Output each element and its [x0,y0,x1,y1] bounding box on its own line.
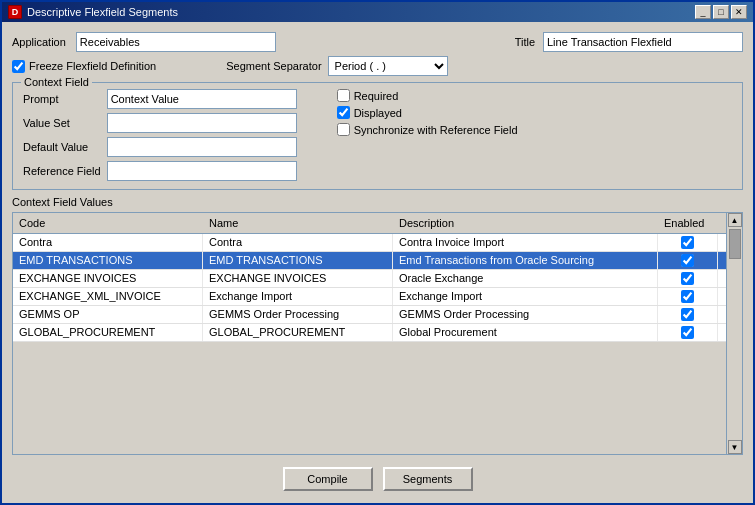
row-code: Contra [13,234,203,251]
row-code: EMD TRANSACTIONS [13,252,203,269]
enabled-checkbox[interactable] [681,272,694,285]
value-set-input[interactable] [107,113,297,133]
header-row1: Application Title [12,32,743,52]
prompt-input[interactable] [107,89,297,109]
separator-select[interactable]: Period ( . ) Colon ( : ) Semicolon ( ; ) [328,56,448,76]
default-value-input[interactable] [107,137,297,157]
freeze-separator-row: Freeze Flexfield Definition Segment Sepa… [12,56,743,76]
context-right: Required Displayed Synchronize with Refe… [337,89,518,136]
table-row[interactable]: EMD TRANSACTIONS EMD TRANSACTIONS Emd Tr… [13,252,726,270]
row-description: GEMMS Order Processing [393,306,658,323]
col-name: Name [203,215,393,231]
top-section: Application Title Freeze Flexfield Defin… [12,32,743,76]
displayed-checkbox[interactable] [337,106,350,119]
col-description: Description [393,215,658,231]
row-enabled [658,252,718,269]
enabled-checkbox[interactable] [681,290,694,303]
row-name: GEMMS Order Processing [203,306,393,323]
button-row: Compile Segments [12,461,743,493]
table-row[interactable]: Contra Contra Contra Invoice Import [13,234,726,252]
table-container: Code Name Description Enabled Contra Con… [12,212,743,455]
title-bar-buttons: _ □ ✕ [695,5,747,19]
freeze-checkbox-row: Freeze Flexfield Definition [12,60,156,73]
application-row: Application [12,32,276,52]
displayed-label: Displayed [354,107,402,119]
row-enabled [658,234,718,251]
row-enabled [658,324,718,341]
row-name: Contra [203,234,393,251]
maximize-button[interactable]: □ [713,5,729,19]
section-title: Context Field Values [12,196,743,208]
main-window: D Descriptive Flexfield Segments _ □ ✕ A… [0,0,755,505]
row-name: Exchange Import [203,288,393,305]
header-right: Title [515,32,743,52]
table-inner: Code Name Description Enabled Contra Con… [13,213,726,454]
window-icon: D [8,5,22,19]
sync-row: Synchronize with Reference Field [337,123,518,136]
title-bar-left: D Descriptive Flexfield Segments [8,5,178,19]
col-code: Code [13,215,203,231]
enabled-checkbox[interactable] [681,326,694,339]
row-name: EXCHANGE INVOICES [203,270,393,287]
minimize-button[interactable]: _ [695,5,711,19]
context-field-group: Context Field Prompt Value Set Default V… [12,82,743,190]
scrollbar[interactable]: ▲ ▼ [726,213,742,454]
scroll-track [728,227,742,440]
separator-row: Segment Separator Period ( . ) Colon ( :… [226,56,447,76]
required-checkbox[interactable] [337,89,350,102]
row-description: Contra Invoice Import [393,234,658,251]
context-fields: Prompt Value Set Default Value Reference… [23,89,732,181]
table-header: Code Name Description Enabled [13,213,726,234]
title-input[interactable] [543,32,743,52]
table-row[interactable]: EXCHANGE INVOICES EXCHANGE INVOICES Orac… [13,270,726,288]
window-icon-letter: D [12,7,19,17]
enabled-checkbox[interactable] [681,308,694,321]
context-left: Prompt Value Set Default Value Reference… [23,89,297,181]
freeze-checkbox[interactable] [12,60,25,73]
enabled-checkbox[interactable] [681,254,694,267]
freeze-label: Freeze Flexfield Definition [29,60,156,72]
row-enabled [658,306,718,323]
row-name: EMD TRANSACTIONS [203,252,393,269]
row-enabled [658,270,718,287]
table-row[interactable]: GLOBAL_PROCUREMENT GLOBAL_PROCUREMENT Gl… [13,324,726,342]
title-bar: D Descriptive Flexfield Segments _ □ ✕ [2,2,753,22]
row-code: GLOBAL_PROCUREMENT [13,324,203,341]
prompt-label: Prompt [23,93,101,105]
required-row: Required [337,89,518,102]
col-enabled: Enabled [658,215,718,231]
scroll-thumb[interactable] [729,229,741,259]
reference-field-input[interactable] [107,161,297,181]
table-row[interactable]: EXCHANGE_XML_INVOICE Exchange Import Exc… [13,288,726,306]
sync-checkbox[interactable] [337,123,350,136]
row-code: GEMMS OP [13,306,203,323]
compile-button[interactable]: Compile [283,467,373,491]
application-input[interactable] [76,32,276,52]
table-body: Contra Contra Contra Invoice Import EMD … [13,234,726,454]
reference-field-label: Reference Field [23,165,101,177]
application-label: Application [12,36,66,48]
sync-label: Synchronize with Reference Field [354,124,518,136]
table-row[interactable]: GEMMS OP GEMMS Order Processing GEMMS Or… [13,306,726,324]
row-description: Exchange Import [393,288,658,305]
default-value-label: Default Value [23,141,101,153]
displayed-row: Displayed [337,106,518,119]
window-content: Application Title Freeze Flexfield Defin… [2,22,753,503]
row-enabled [658,288,718,305]
close-button[interactable]: ✕ [731,5,747,19]
scroll-down-button[interactable]: ▼ [728,440,742,454]
row-code: EXCHANGE INVOICES [13,270,203,287]
row-description: Emd Transactions from Oracle Sourcing [393,252,658,269]
required-label: Required [354,90,399,102]
enabled-checkbox[interactable] [681,236,694,249]
values-section: Context Field Values Code Name Descripti… [12,196,743,455]
scroll-up-button[interactable]: ▲ [728,213,742,227]
row-code: EXCHANGE_XML_INVOICE [13,288,203,305]
context-field-title: Context Field [21,76,92,88]
title-label: Title [515,36,535,48]
row-description: Global Procurement [393,324,658,341]
row-description: Oracle Exchange [393,270,658,287]
separator-label: Segment Separator [226,60,321,72]
segments-button[interactable]: Segments [383,467,473,491]
window-title: Descriptive Flexfield Segments [27,6,178,18]
